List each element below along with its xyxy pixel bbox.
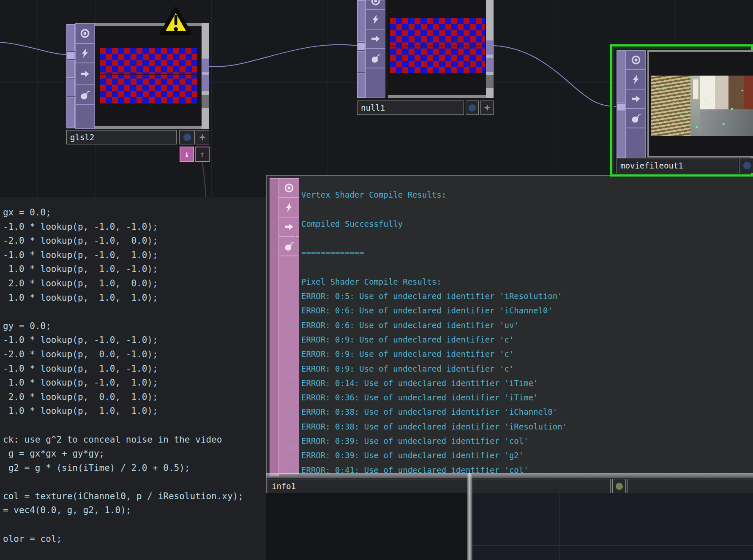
viewer-flag-icon[interactable] <box>626 70 646 89</box>
wire-into-glsl2[interactable] <box>0 42 67 54</box>
input-connector[interactable] <box>617 51 625 103</box>
input-connector[interactable] <box>357 73 365 98</box>
node-glsl2[interactable]: glsl2 ↓ ↑ <box>66 22 209 162</box>
info-line: 9ERROR: 0:6: Use of undeclared identifie… <box>266 303 748 318</box>
bypass-bomb-icon[interactable] <box>75 85 95 105</box>
viewer-flag-icon[interactable] <box>75 43 95 63</box>
info-line: 11ERROR: 0:9: Use of undeclared identifi… <box>266 332 748 347</box>
vertical-splitter[interactable] <box>467 473 472 560</box>
export-arrow-icon[interactable] <box>626 89 646 109</box>
info-line: 2 <box>266 202 748 216</box>
output-connector[interactable] <box>486 57 494 72</box>
info1-state-dot-button[interactable] <box>612 479 626 493</box>
input-connector-wired[interactable] <box>357 43 365 50</box>
glsl2-sidebar-body[interactable] <box>75 105 95 129</box>
bypass-bomb-icon[interactable] <box>366 49 385 68</box>
glsl2-name-field[interactable]: glsl2 <box>66 130 177 144</box>
status-dot <box>469 104 476 111</box>
null1-output-bar[interactable] <box>486 0 494 98</box>
info1-viewer-text[interactable]: 1Vertex Shader Compile Results:23Compile… <box>266 188 748 473</box>
moviefileout1-state-dot-button[interactable] <box>739 158 753 173</box>
status-dot <box>743 162 751 169</box>
info-line: 3Compiled Successfully <box>266 217 748 231</box>
moviefileout1-sidebar-body[interactable] <box>626 128 646 158</box>
dock-down-flag-button[interactable]: ↓ <box>180 147 194 162</box>
dock-up-flag-button[interactable]: ↑ <box>195 147 210 162</box>
export-arrow-icon[interactable] <box>75 63 95 85</box>
info1-name-field[interactable]: info1 <box>268 479 611 493</box>
output-connector[interactable] <box>202 74 209 91</box>
glsl2-preview[interactable] <box>95 23 202 129</box>
info-line: 17ERROR: 0:38: Use of undeclared identif… <box>266 419 748 434</box>
street-video-frame <box>651 76 753 136</box>
grid-line <box>472 545 753 546</box>
export-arrow-icon[interactable] <box>366 29 385 49</box>
bypass-bomb-icon[interactable] <box>626 109 646 128</box>
info-line: 15ERROR: 0:36: Use of undeclared identif… <box>266 390 748 405</box>
input-connector[interactable] <box>67 24 75 51</box>
node-null1[interactable]: null1 <box>357 0 494 116</box>
info-line: 4 <box>266 231 748 245</box>
lower-right-pane <box>472 493 753 560</box>
checkerboard-texture <box>390 18 485 73</box>
display-icon[interactable] <box>626 50 646 70</box>
output-connector-gray[interactable] <box>202 95 209 108</box>
glsl2-output-bar[interactable] <box>202 23 209 129</box>
info-line: 18ERROR: 0:39: Use of undeclared identif… <box>266 434 748 448</box>
info-line: 14ERROR: 0:14: Use of undeclared identif… <box>266 376 748 390</box>
glitch-seam <box>390 46 485 46</box>
moviefileout1-input-strip[interactable] <box>617 50 626 158</box>
info-line: 16ERROR: 0:38: Use of undeclared identif… <box>266 405 748 419</box>
output-connector[interactable] <box>486 40 494 55</box>
glsl2-input-strip[interactable] <box>66 24 75 128</box>
input-connector[interactable] <box>357 0 365 42</box>
info-line: 8ERROR: 0:5: Use of undeclared identifie… <box>266 289 748 303</box>
green-glitch-overlay <box>651 76 753 136</box>
null1-input-strip[interactable] <box>357 0 366 98</box>
null1-sidebar-body[interactable] <box>366 68 385 98</box>
warning-icon[interactable] <box>160 6 192 36</box>
glsl2-state-dot-button[interactable] <box>179 130 195 144</box>
wire-null1-moviefileout1[interactable] <box>494 46 616 106</box>
info-line: 13ERROR: 0:9: Use of undeclared identifi… <box>266 362 748 376</box>
display-icon[interactable] <box>75 23 95 43</box>
moviefileout1-name-field[interactable]: moviefileout1 <box>617 158 737 173</box>
input-connector-wired[interactable] <box>67 52 75 59</box>
input-connector[interactable] <box>67 79 75 96</box>
output-connector[interactable] <box>202 58 209 73</box>
status-dot <box>616 483 623 490</box>
viewer-flag-icon[interactable] <box>366 10 385 29</box>
null1-preview[interactable] <box>388 0 486 98</box>
input-connector[interactable] <box>67 97 75 128</box>
info-line: 10ERROR: 0:6: Use of undeclared identifi… <box>266 318 748 332</box>
null1-state-dot-button[interactable] <box>466 101 479 115</box>
info-line: 7Pixel Shader Compile Results: <box>266 275 748 289</box>
horizontal-splitter[interactable] <box>266 473 753 478</box>
info-line: 19ERROR: 0:39: Use of undeclared identif… <box>266 448 748 462</box>
glsl2-nova-button[interactable] <box>196 130 209 144</box>
output-connector-gray[interactable] <box>486 75 494 88</box>
status-dot <box>183 133 191 141</box>
null1-nova-button[interactable] <box>480 101 494 115</box>
info-line: 12ERROR: 0:9: Use of undeclared identifi… <box>266 347 748 361</box>
wire-glsl2-null1[interactable] <box>209 45 357 67</box>
info-line: 20ERROR: 0:41: Use of undeclared identif… <box>266 463 748 473</box>
null1-name-field[interactable]: null1 <box>357 101 464 115</box>
info-line: 5============= <box>266 245 748 260</box>
grid-line <box>559 493 560 560</box>
checkerboard-texture <box>100 48 197 103</box>
input-connector-wired[interactable] <box>617 103 625 111</box>
input-connector[interactable] <box>617 111 625 158</box>
display-icon[interactable] <box>366 0 385 10</box>
input-connector[interactable] <box>357 51 365 72</box>
input-connector[interactable] <box>67 60 75 78</box>
node-moviefileout1[interactable]: moviefileout1 <box>610 44 753 177</box>
glitch-seam <box>100 74 197 75</box>
network-editor[interactable]: gx = 0.0; -1.0 * lookup(p, -1.0, -1.0); … <box>0 0 753 560</box>
lower-dark-pane <box>266 493 467 560</box>
info-line: 6 <box>266 260 748 274</box>
wire-dat-dock[interactable] <box>202 162 206 197</box>
info-line: 1Vertex Shader Compile Results: <box>266 188 748 202</box>
info1-name-extension <box>628 479 753 493</box>
moviefileout1-preview[interactable] <box>647 50 753 158</box>
